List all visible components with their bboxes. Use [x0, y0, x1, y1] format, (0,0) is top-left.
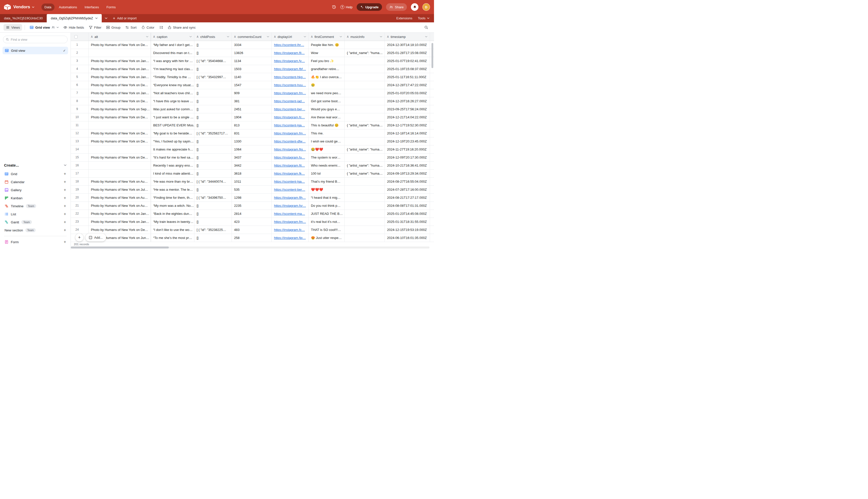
cell-timestamp[interactable]: 2025-01-31T18:31:55.000Z [385, 218, 430, 226]
views-toggle-button[interactable]: Views [3, 24, 22, 31]
cell-displayUrl[interactable]: https://instagram.ftg… [272, 145, 309, 153]
cell-firstComment[interactable]: we need more peo… [309, 89, 345, 97]
url-link[interactable]: https://instagram.fm… [274, 220, 306, 223]
cell-displayUrl[interactable]: https://instagram.fm… [272, 130, 309, 137]
cell-musicInfo[interactable] [345, 194, 385, 202]
tools-button[interactable]: Tools [418, 16, 430, 20]
cell-caption[interactable]: “Not all teachers love chil… [151, 89, 195, 97]
upgrade-button[interactable]: Upgrade [357, 3, 382, 11]
cell-caption[interactable]: “I just want to be a single … [151, 113, 195, 121]
cell-childPosts[interactable]: [] [195, 218, 232, 226]
row-number-cell[interactable]: 22 [71, 210, 89, 218]
cell-childPosts[interactable]: [] [195, 113, 232, 121]
cell-caption[interactable]: “He was more than my br… [151, 178, 195, 185]
row-number-cell[interactable]: 10 [71, 113, 89, 121]
cell-timestamp[interactable]: 2024-11-27T19:16:20.000Z [385, 145, 430, 153]
cell-childPosts[interactable]: [] [195, 154, 232, 161]
cell-alt[interactable] [89, 121, 151, 129]
cell-childPosts[interactable]: [] [195, 89, 232, 97]
cell-commentsCount[interactable]: 1503 [232, 65, 272, 73]
row-number-cell[interactable]: 13 [71, 137, 89, 145]
cell-displayUrl[interactable]: https://instagram.fbf… [272, 65, 309, 73]
cell-musicInfo[interactable] [345, 57, 385, 65]
url-link[interactable]: https://instagram.flh… [274, 196, 306, 199]
cell-commentsCount[interactable]: 3442 [232, 161, 272, 169]
cell-commentsCount[interactable]: 535 [232, 186, 272, 194]
cell-caption[interactable]: It makes me appreciate h… [151, 145, 195, 153]
row-number-cell[interactable]: 19 [71, 186, 89, 194]
url-link[interactable]: https://instagram.fjp… [274, 236, 306, 240]
cell-displayUrl[interactable]: https://instagram.fu… [272, 154, 309, 161]
cell-firstComment[interactable]: Do you not think p… [309, 202, 345, 209]
cell-displayUrl[interactable]: https://instagram.fk… [272, 170, 309, 178]
cell-musicInfo[interactable] [345, 218, 385, 226]
create-view-item[interactable]: Calendar + [3, 178, 67, 186]
cell-commentsCount[interactable]: 909 [232, 89, 272, 97]
cell-timestamp[interactable]: 2025-01-19T15:08:37.000Z [385, 65, 430, 73]
cell-commentsCount[interactable]: 1330 [232, 137, 272, 145]
cell-alt[interactable]: Photo by Humans of New York on Jul… [89, 186, 151, 194]
cell-timestamp[interactable]: 2023-09-25T17:56:24.000Z [385, 105, 430, 113]
cell-caption[interactable]: “It’s hard for me to feel sa… [151, 154, 195, 161]
extensions-button[interactable]: Extensions [396, 16, 412, 20]
url-link[interactable]: https://scontent-hkg… [274, 75, 306, 79]
cell-displayUrl[interactable]: https://instagram.fm… [272, 89, 309, 97]
cell-childPosts[interactable]: [] [195, 105, 232, 113]
cell-displayUrl[interactable]: https://instagram.fjp… [272, 234, 309, 242]
hide-fields-button[interactable]: Hide fields [61, 24, 86, 31]
cell-firstComment[interactable]: 🔥👏 I also overca… [309, 73, 345, 81]
cell-alt[interactable]: Photo by Humans of New York on Jan… [89, 218, 151, 226]
cell-displayUrl[interactable]: https://instagram.fy… [272, 57, 309, 65]
cell-timestamp[interactable]: 2024-12-28T17:47:22.000Z [385, 81, 430, 89]
column-header-firstComment[interactable]: AfirstComment [309, 33, 345, 41]
cell-childPosts[interactable]: [ { "id": "35238225… [195, 226, 232, 234]
column-header-caption[interactable]: Acaption [151, 33, 195, 41]
cell-timestamp[interactable]: 2024-07-28T17:16:00.000Z [385, 186, 430, 194]
cell-childPosts[interactable]: [] [195, 210, 232, 218]
cell-childPosts[interactable]: [] [195, 81, 232, 89]
row-number-cell[interactable]: 9 [71, 105, 89, 113]
select-all-cell[interactable] [71, 33, 89, 41]
create-view-item[interactable]: Grid + [3, 170, 67, 178]
cell-firstComment[interactable]: 😢 [309, 81, 345, 89]
airtable-logo-icon[interactable] [4, 4, 11, 10]
cell-alt[interactable]: Photo by Humans of New York on Jan… [89, 89, 151, 97]
cell-caption[interactable]: Recently I was angry eno… [151, 161, 195, 169]
cell-musicInfo[interactable] [345, 186, 385, 194]
url-link[interactable]: https://scontent-ber… [274, 107, 305, 111]
cell-firstComment[interactable]: Who needs enemi… [309, 161, 345, 169]
sort-button[interactable]: Sort [123, 24, 139, 31]
cell-firstComment[interactable]: it’s real but it’s not… [309, 218, 345, 226]
view-item-grid-view[interactable]: Grid view ✓ [2, 47, 68, 54]
cell-displayUrl[interactable]: https://scontent-ber… [272, 105, 309, 113]
cell-commentsCount[interactable]: 3618 [232, 170, 272, 178]
row-number-cell[interactable]: 17 [71, 170, 89, 178]
cell-commentsCount[interactable]: 831 [232, 130, 272, 137]
create-view-item[interactable]: List + [3, 210, 67, 218]
cell-commentsCount[interactable]: 2235 [232, 202, 272, 209]
add-view-plus-icon[interactable]: + [64, 228, 66, 232]
cell-caption[interactable]: “Timidity. Timidity is the … [151, 73, 195, 81]
cell-displayUrl[interactable]: https://scontent-ber… [272, 186, 309, 194]
cell-caption[interactable]: “He was a mentor. The le… [151, 186, 195, 194]
cell-childPosts[interactable]: [] [195, 170, 232, 178]
cell-displayUrl[interactable]: https://scontent-hou… [272, 81, 309, 89]
cell-musicInfo[interactable] [345, 41, 385, 49]
column-header-timestamp[interactable]: Atimestamp [385, 33, 430, 41]
url-link[interactable]: https://instagram.fsr… [274, 204, 306, 208]
cell-musicInfo[interactable]: { "artist_name": "huma… [345, 49, 385, 57]
row-number-cell[interactable]: 2 [71, 49, 89, 57]
add-view-plus-icon[interactable]: + [64, 220, 66, 224]
cell-musicInfo[interactable] [345, 81, 385, 89]
cell-alt[interactable]: Photo by Humans of New York on De… [89, 97, 151, 105]
cell-musicInfo[interactable] [345, 89, 385, 97]
find-view-input[interactable] [11, 38, 65, 41]
add-view-plus-icon[interactable]: + [64, 240, 66, 244]
cell-firstComment[interactable]: People like him. 😊 [309, 41, 345, 49]
cell-firstComment[interactable]: Are these real wor… [309, 113, 345, 121]
cell-displayUrl[interactable]: https://scontent-ma… [272, 210, 309, 218]
cell-commentsCount[interactable]: 1904 [232, 113, 272, 121]
create-header[interactable]: Create... [3, 162, 67, 170]
find-view-search[interactable] [3, 36, 67, 43]
cell-caption[interactable]: “Everyone knew my situat… [151, 81, 195, 89]
